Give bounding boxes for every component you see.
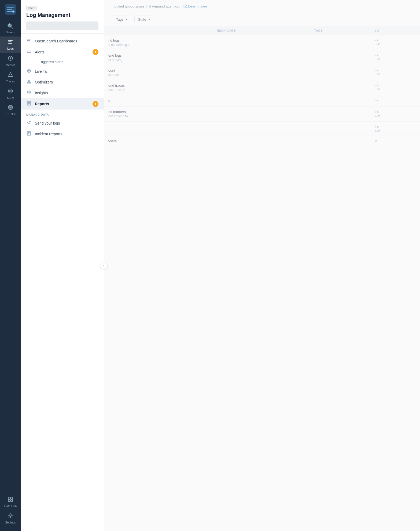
sidebar-nav: OpenSearch Dashboards Alerts + └ Trigger… bbox=[21, 34, 104, 531]
live-tail-icon bbox=[26, 69, 32, 74]
col-co: Co bbox=[370, 26, 420, 35]
svg-point-24 bbox=[27, 91, 31, 94]
svg-point-16 bbox=[10, 515, 11, 517]
cell-co: # c Eve bbox=[370, 80, 420, 95]
sidebar: PRO Log Management OpenSearch Dashboards bbox=[21, 0, 104, 531]
sidebar-item-triggered-alerts[interactable]: └ Triggered alerts bbox=[21, 58, 104, 66]
sidebar-item-incident-reports[interactable]: Incident Reports bbox=[21, 129, 104, 139]
table-row[interactable]: # c Eve bbox=[104, 122, 420, 136]
pro-badge: PRO bbox=[26, 6, 37, 10]
k8s-icon bbox=[8, 105, 13, 111]
chevron-down-icon bbox=[125, 18, 128, 21]
table-row[interactable]: nd markers not arriving to # c Eve bbox=[104, 107, 420, 122]
alerts-icon bbox=[26, 49, 32, 55]
alerts-add-button[interactable]: + bbox=[93, 49, 98, 55]
table-row[interactable]: nd logs e not arriving to # c Eve bbox=[104, 35, 420, 50]
svg-rect-19 bbox=[27, 42, 30, 42]
sidebar-item-optimizers[interactable]: Optimizers bbox=[21, 77, 104, 88]
sidebar-label-incident-reports: Incident Reports bbox=[35, 132, 98, 136]
cell-tags bbox=[310, 136, 370, 147]
nav-item-settings[interactable]: Settings bbox=[0, 510, 21, 527]
cell-tags bbox=[310, 95, 370, 107]
sub-arrow-icon: └ bbox=[34, 60, 36, 64]
nav-item-k8s360[interactable]: K8S 360 bbox=[0, 102, 21, 118]
cell-co: # c Eve bbox=[370, 50, 420, 65]
svg-point-21 bbox=[28, 70, 30, 71]
top-banner: notified about issues that demand attent… bbox=[104, 0, 420, 13]
table-row[interactable]: d # c bbox=[104, 95, 420, 107]
table-row[interactable]: end logs ot arriving! # c Eve bbox=[104, 50, 420, 65]
cell-name: ount st hour! bbox=[104, 65, 212, 80]
learn-more-link[interactable]: i Learn more bbox=[183, 4, 207, 8]
sidebar-label-opensearch: OpenSearch Dashboards bbox=[35, 39, 98, 43]
chevron-down-icon-state bbox=[148, 18, 150, 21]
sidebar-collapse-button[interactable]: ‹ bbox=[100, 262, 108, 269]
tags-filter[interactable]: Tags bbox=[113, 16, 131, 23]
table-row[interactable]: end traces not arriving! # c Eve bbox=[104, 80, 420, 95]
cell-name: nd markers not arriving to bbox=[104, 107, 212, 122]
svg-rect-12 bbox=[8, 497, 10, 499]
sidebar-item-send-logs[interactable]: Send your logs bbox=[21, 118, 104, 129]
traces-icon bbox=[8, 72, 13, 79]
nav-item-siem[interactable]: SIEM bbox=[0, 86, 21, 102]
cell-recipients bbox=[212, 80, 310, 95]
incident-reports-icon bbox=[26, 131, 32, 137]
cell-recipients bbox=[212, 136, 310, 147]
svg-rect-18 bbox=[27, 40, 30, 41]
sidebar-item-alerts[interactable]: Alerts + bbox=[21, 46, 104, 58]
cell-recipients bbox=[212, 122, 310, 136]
reports-icon bbox=[26, 101, 32, 107]
sidebar-search-bar bbox=[26, 21, 98, 30]
cell-name: end logs ot arriving! bbox=[104, 50, 212, 65]
cell-recipients bbox=[212, 35, 310, 50]
svg-rect-3 bbox=[8, 42, 12, 42]
nav-label-metrics: Metrics bbox=[6, 63, 15, 67]
table-row[interactable]: ysers M bbox=[104, 136, 420, 147]
sidebar-item-opensearch[interactable]: OpenSearch Dashboards bbox=[21, 36, 104, 46]
datahub-icon bbox=[8, 497, 13, 503]
nav-label-search: Search bbox=[6, 31, 15, 34]
reports-add-button[interactable]: + bbox=[93, 101, 98, 107]
cell-co: # c bbox=[370, 95, 420, 107]
svg-point-6 bbox=[10, 57, 11, 59]
sidebar-item-insights[interactable]: Insights bbox=[21, 88, 104, 98]
sidebar-item-reports[interactable]: Reports + bbox=[21, 98, 104, 110]
sidebar-label-optimizers: Optimizers bbox=[35, 80, 98, 84]
svg-rect-2 bbox=[8, 40, 13, 41]
sidebar-label-triggered-alerts: Triggered alerts bbox=[39, 60, 63, 64]
nav-label-traces: Traces bbox=[6, 80, 15, 83]
nav-item-search[interactable]: 🔍 Search bbox=[0, 20, 21, 37]
cell-co: # c Eve bbox=[370, 65, 420, 80]
svg-text:i: i bbox=[185, 5, 186, 8]
col-tags: Tags bbox=[310, 26, 370, 35]
sidebar-item-live-tail[interactable]: Live Tail bbox=[21, 66, 104, 77]
sidebar-label-insights: Insights bbox=[35, 91, 98, 95]
nav-item-logs[interactable]: Logs bbox=[0, 37, 21, 53]
optimizers-icon bbox=[26, 79, 32, 85]
cell-co: M bbox=[370, 136, 420, 147]
nav-label-datahub: Data Hub bbox=[4, 504, 17, 508]
table-wrapper: Recipients Tags Co nd logs e not arrivin… bbox=[104, 26, 420, 531]
nav-item-traces[interactable]: Traces bbox=[0, 69, 21, 86]
svg-rect-15 bbox=[11, 500, 13, 501]
sidebar-label-live-tail: Live Tail bbox=[35, 69, 98, 74]
nav-item-metrics[interactable]: Metrics bbox=[0, 53, 21, 69]
table-row[interactable]: ount st hour! # c Eve bbox=[104, 65, 420, 80]
sidebar-label-alerts: Alerts bbox=[35, 50, 89, 54]
nav-rail: 🔍 Search Logs Metrics Traces bbox=[0, 0, 21, 531]
sidebar-label-reports: Reports bbox=[35, 102, 89, 106]
cell-tags bbox=[310, 80, 370, 95]
manage-data-label: MANAGE DATA bbox=[21, 110, 104, 118]
main-content: notified about issues that demand attent… bbox=[104, 0, 420, 531]
state-filter[interactable]: State bbox=[134, 16, 154, 23]
nav-label-settings: Settings bbox=[5, 521, 16, 524]
learn-more-text: Learn more bbox=[188, 4, 207, 8]
cell-co: # c Eve bbox=[370, 107, 420, 122]
nav-label-logs: Logs bbox=[7, 47, 14, 50]
cell-recipients bbox=[212, 65, 310, 80]
cell-co: # c Eve bbox=[370, 122, 420, 136]
svg-rect-4 bbox=[8, 43, 12, 44]
nav-item-datahub[interactable]: Data Hub bbox=[0, 494, 21, 510]
app-logo[interactable] bbox=[4, 3, 17, 16]
nav-label-k8s360: K8S 360 bbox=[5, 112, 16, 116]
